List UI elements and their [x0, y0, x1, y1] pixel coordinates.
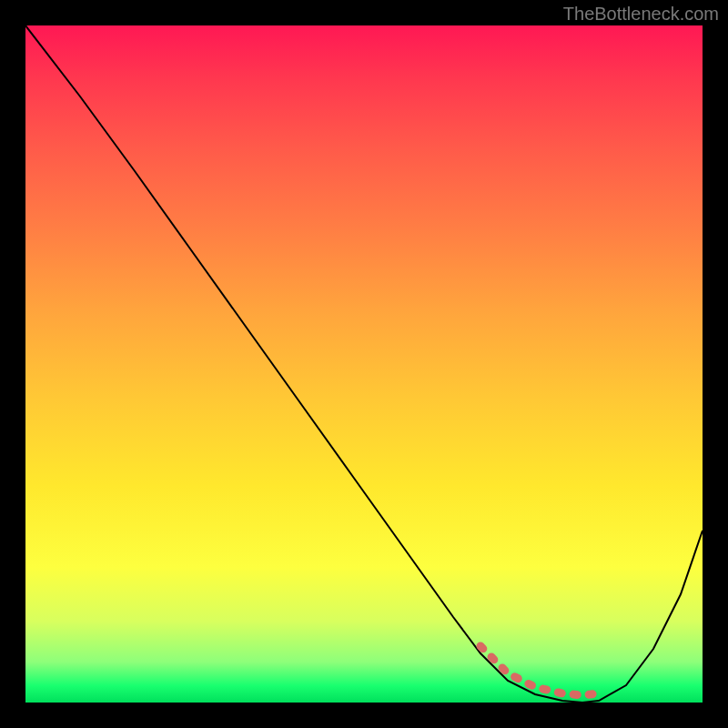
- watermark-text: TheBottleneck.com: [563, 4, 719, 25]
- bottleneck-curve: [25, 25, 703, 703]
- plot-area: [25, 25, 703, 703]
- chart-svg: [25, 25, 703, 703]
